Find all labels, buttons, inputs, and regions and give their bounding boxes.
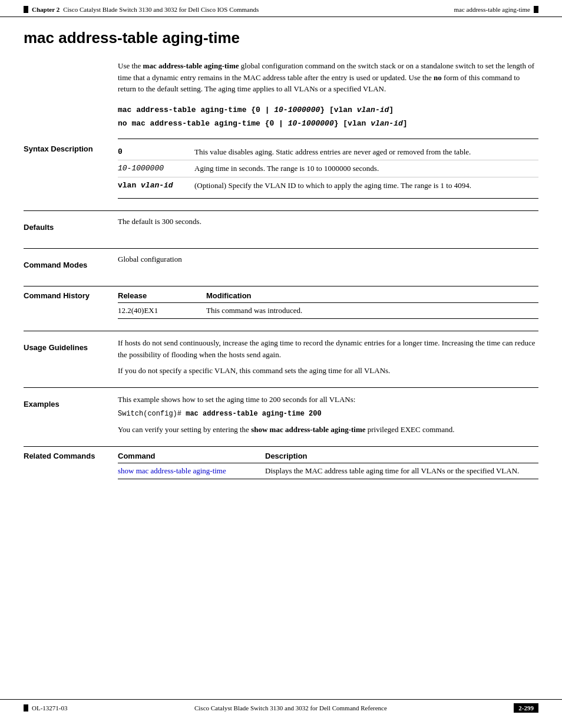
main-content: mac address-table aging-time Use the mac…: [0, 17, 562, 497]
related-commands-table: Command Description show mac address-tab…: [118, 447, 538, 479]
header-left: Chapter 2 Cisco Catalyst Blade Switch 31…: [24, 6, 259, 13]
examples-text2: You can verify your setting by entering …: [118, 424, 538, 436]
syntax-param-1: 10-1000000: [118, 160, 194, 177]
examples-label: Examples: [24, 394, 118, 436]
footer-center-text: Cisco Catalyst Blade Switch 3130 and 303…: [194, 704, 387, 711]
command-history-section: Command History Release Modification 12: [24, 286, 538, 319]
intro-paragraph: Use the mac address-table aging-time glo…: [118, 60, 538, 95]
history-mod-0: This command was introduced.: [206, 303, 538, 319]
header-right-title: mac address-table aging-time: [454, 6, 530, 13]
footer-center: Cisco Catalyst Blade Switch 3130 and 303…: [194, 704, 387, 711]
examples-code: Switch(config)# mac address-table aging-…: [118, 409, 538, 419]
syntax-param-0: 0: [118, 144, 194, 160]
command-modes-text: Global configuration: [118, 255, 182, 263]
history-release-0: 12.2(40)EX1: [118, 303, 206, 319]
footer-left: OL-13271-03: [24, 704, 68, 711]
related-col-command: Command: [118, 447, 265, 463]
syntax-description-label: Syntax Description: [24, 139, 118, 199]
syntax-desc-2: (Optional) Specify the VLAN ID to which …: [194, 177, 538, 193]
history-col-modification: Modification: [206, 286, 538, 303]
page-title: mac address-table aging-time: [24, 29, 538, 47]
footer-left-square: [24, 704, 28, 711]
syntax-row-2: vlan vlan-id (Optional) Specify the VLAN…: [118, 177, 538, 193]
related-row-0: show mac address-table aging-time Displa…: [118, 463, 538, 479]
header-left-rule: [24, 6, 28, 13]
syntax-param-2: vlan vlan-id: [118, 177, 194, 193]
history-col-release: Release: [118, 286, 206, 303]
history-header-row: Release Modification: [118, 286, 538, 303]
command-modes-content: Global configuration: [118, 255, 538, 275]
related-desc-0: Displays the MAC address table aging tim…: [265, 463, 538, 479]
syntax-line-2: no mac address-table aging-time {0 | 10-…: [118, 119, 538, 128]
syntax-desc-1: Aging time in seconds. The range is 10 t…: [194, 160, 538, 177]
related-commands-inner: Related Commands Command Description: [24, 447, 538, 479]
intro-text1: Use the: [118, 61, 143, 70]
intro-bold2: no: [434, 73, 442, 82]
related-command-0[interactable]: show mac address-table aging-time: [118, 463, 265, 479]
command-history-table: Release Modification 12.2(40)EX1 This co…: [118, 286, 538, 318]
page: Chapter 2 Cisco Catalyst Blade Switch 31…: [0, 0, 562, 728]
usage-para-0: If hosts do not send continuously, incre…: [118, 337, 538, 360]
footer-doc-number: OL-13271-03: [32, 704, 68, 711]
syntax-table-wrapper: 0 This value disables aging. Static addr…: [118, 139, 538, 199]
chapter-label: Chapter 2: [32, 6, 59, 13]
command-history-inner: Command History Release Modification 12: [24, 286, 538, 319]
syntax-description-content: 0 This value disables aging. Static addr…: [118, 139, 538, 199]
examples-text1: This example shows how to set the aging …: [118, 394, 538, 406]
command-history-table-area: Release Modification 12.2(40)EX1 This co…: [118, 286, 538, 319]
syntax-row-0: 0 This value disables aging. Static addr…: [118, 144, 538, 160]
defaults-section: Defaults The default is 300 seconds.: [24, 210, 538, 243]
examples-section: Examples This example shows how to set t…: [24, 387, 538, 442]
command-modes-label: Command Modes: [24, 255, 118, 275]
header-right-rule: [534, 6, 538, 13]
defaults-content: The default is 300 seconds.: [118, 217, 538, 238]
usage-guidelines-content: If hosts do not send continuously, incre…: [118, 337, 538, 377]
page-header: Chapter 2 Cisco Catalyst Blade Switch 31…: [0, 0, 562, 17]
syntax-description-section: Syntax Description 0 This value disables…: [24, 139, 538, 199]
command-modes-section: Command Modes Global configuration: [24, 248, 538, 281]
syntax-table: 0 This value disables aging. Static addr…: [118, 144, 538, 194]
defaults-label: Defaults: [24, 217, 118, 238]
defaults-text: The default is 300 seconds.: [118, 217, 201, 226]
footer-page-number: 2-299: [514, 703, 538, 713]
usage-guidelines-label: Usage Guidelines: [24, 337, 118, 377]
page-footer: OL-13271-03 Cisco Catalyst Blade Switch …: [0, 699, 562, 716]
usage-para-1: If you do not specify a specific VLAN, t…: [118, 365, 538, 377]
footer-right: 2-299: [514, 703, 538, 713]
command-history-label: Command History: [24, 286, 118, 319]
related-header-row: Command Description: [118, 447, 538, 463]
related-commands-table-area: Command Description show mac address-tab…: [118, 447, 538, 479]
related-commands-section: Related Commands Command Description: [24, 446, 538, 479]
related-col-description: Description: [265, 447, 538, 463]
syntax-desc-0: This value disables aging. Static addres…: [194, 144, 538, 160]
syntax-line-1: mac address-table aging-time {0 | 10-100…: [118, 106, 538, 114]
intro-bold1: mac address-table aging-time: [143, 61, 239, 70]
syntax-row-1: 10-1000000 Aging time in seconds. The ra…: [118, 160, 538, 177]
usage-guidelines-section: Usage Guidelines If hosts do not send co…: [24, 331, 538, 383]
related-command-link-0[interactable]: show mac address-table aging-time: [118, 466, 226, 475]
related-commands-label: Related Commands: [24, 447, 118, 479]
history-row-0: 12.2(40)EX1 This command was introduced.: [118, 303, 538, 319]
examples-content: This example shows how to set the aging …: [118, 394, 538, 436]
chapter-title: Cisco Catalyst Blade Switch 3130 and 303…: [63, 6, 259, 13]
header-right: mac address-table aging-time: [454, 6, 538, 13]
